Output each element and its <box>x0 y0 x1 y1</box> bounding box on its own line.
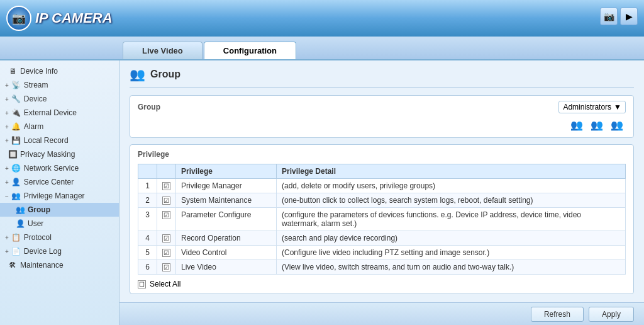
row-checkbox[interactable]: ☑ <box>157 260 176 275</box>
delete-group-button[interactable]: 👥 <box>608 117 626 132</box>
external-device-icon: 🔌 <box>11 108 21 118</box>
sidebar-item-external-device[interactable]: + 🔌 External Device <box>0 106 119 120</box>
row-num: 5 <box>138 246 157 260</box>
page-title-row: 👥 Group <box>130 67 634 88</box>
row-privilege: Privilege Manager <box>176 179 277 193</box>
user-icon: 👤 <box>15 219 25 229</box>
chevron-down-icon: ▼ <box>614 103 621 111</box>
group-header: Group Administrators ▼ <box>138 101 626 113</box>
sidebar-item-alarm[interactable]: + 🔔 Alarm <box>0 120 119 134</box>
photo-button[interactable]: 📷 <box>600 8 618 25</box>
row-privilege: Live Video <box>176 260 277 275</box>
row-privilege: Video Control <box>176 246 277 260</box>
row-detail: (Configure live video including PTZ sett… <box>277 246 626 260</box>
sidebar-item-device[interactable]: + 🔧 Device <box>0 92 119 106</box>
sidebar-item-protocol[interactable]: + 📋 Protocol <box>0 231 119 244</box>
row-detail: (configure the parameters of devices fun… <box>277 208 626 231</box>
table-row: 2☑System Maintenance(one-button click to… <box>138 193 626 208</box>
privilege-table: Privilege Privilege Detail 1☑Privilege M… <box>138 164 626 275</box>
expand-network-icon: + <box>5 165 9 172</box>
device-icon: 🔧 <box>11 94 21 104</box>
header-buttons: 📷 ▶ <box>600 8 638 25</box>
row-checkbox[interactable]: ☑ <box>157 179 176 193</box>
col-detail: Privilege Detail <box>277 164 626 179</box>
exit-button[interactable]: ▶ <box>620 8 638 25</box>
sidebar-item-stream[interactable]: + 📡 Stream <box>0 78 119 92</box>
group-icon: 👥 <box>15 205 25 215</box>
header: 📷 IP CAMERA 📷 ▶ <box>0 0 644 37</box>
group-action-icons: 👥 👥 👥 <box>138 117 626 132</box>
expand-stream-icon: + <box>5 82 9 89</box>
row-checkbox[interactable]: ☑ <box>157 208 176 231</box>
service-center-icon: 👤 <box>11 177 21 187</box>
table-row: 4☑Record Operation(search and play devic… <box>138 231 626 246</box>
row-privilege: Record Operation <box>176 231 277 246</box>
tab-live-video[interactable]: Live Video <box>123 42 203 59</box>
page-title-icon: 👥 <box>130 67 145 82</box>
row-checkbox[interactable]: ☑ <box>157 193 176 208</box>
sidebar-item-maintenance[interactable]: 🛠 Maintenance <box>0 258 119 272</box>
col-check <box>157 164 176 179</box>
expand-privilege-icon: − <box>5 193 9 200</box>
group-selected-value: Administrators <box>563 103 611 111</box>
expand-service-icon: + <box>5 179 9 186</box>
sidebar-item-device-info[interactable]: 🖥 Device Info <box>0 64 119 78</box>
sidebar-item-privacy-masking[interactable]: 🔲 Privacy Masking <box>0 147 119 161</box>
sidebar-item-network-service[interactable]: + 🌐 Network Service <box>0 161 119 175</box>
network-service-icon: 🌐 <box>11 163 21 173</box>
tab-configuration[interactable]: Configuration <box>204 42 296 59</box>
table-row: 3☑Parameter Configure(configure the para… <box>138 208 626 231</box>
row-checkbox[interactable]: ☑ <box>157 246 176 260</box>
table-row: 5☑Video Control(Configure live video inc… <box>138 246 626 260</box>
table-row: 6☑Live Video(View live video, switch str… <box>138 260 626 275</box>
logo-area: 📷 IP CAMERA <box>6 6 113 31</box>
maintenance-icon: 🛠 <box>8 260 18 270</box>
expand-alarm-icon: + <box>5 123 9 130</box>
row-detail: (one-button click to collect logs, searc… <box>277 193 626 208</box>
select-all-checkbox[interactable]: ☐ <box>138 280 146 288</box>
content-area: 👥 Group Group Administrators ▼ 👥 👥 👥 <box>119 60 644 302</box>
row-detail: (add, delete or modify users, privilege … <box>277 179 626 193</box>
row-num: 6 <box>138 260 157 275</box>
main-layout: 🖥 Device Info + 📡 Stream + 🔧 Device + 🔌 … <box>0 60 644 325</box>
table-row: 1☑Privilege Manager(add, delete or modif… <box>138 179 626 193</box>
device-log-icon: 📄 <box>11 246 21 256</box>
refresh-button[interactable]: Refresh <box>531 307 584 322</box>
sidebar-item-device-log[interactable]: + 📄 Device Log <box>0 244 119 258</box>
select-all-label: Select All <box>150 280 180 288</box>
sidebar: 🖥 Device Info + 📡 Stream + 🔧 Device + 🔌 … <box>0 60 119 325</box>
sidebar-item-group[interactable]: 👥 Group <box>0 203 119 217</box>
apply-button[interactable]: Apply <box>589 307 634 322</box>
col-privilege: Privilege <box>176 164 277 179</box>
row-privilege: Parameter Configure <box>176 208 277 231</box>
group-box: Group Administrators ▼ 👥 👥 👥 <box>130 95 634 138</box>
tabs-bar: Live Video Configuration <box>0 37 644 60</box>
privacy-masking-icon: 🔲 <box>8 149 18 159</box>
group-dropdown[interactable]: Administrators ▼ <box>558 101 626 113</box>
page-title: Group <box>150 69 180 80</box>
logo-text: IP CAMERA <box>35 10 113 26</box>
device-info-icon: 🖥 <box>8 66 18 76</box>
edit-group-button[interactable]: 👥 <box>588 117 606 132</box>
protocol-icon: 📋 <box>11 232 21 242</box>
row-num: 4 <box>138 231 157 246</box>
col-num <box>138 164 157 179</box>
expand-ext-icon: + <box>5 110 9 117</box>
privilege-manager-icon: 👥 <box>11 191 21 201</box>
local-record-icon: 💾 <box>11 135 21 145</box>
alarm-icon: 🔔 <box>11 122 21 132</box>
sidebar-item-user[interactable]: 👤 User <box>0 217 119 231</box>
row-checkbox[interactable]: ☑ <box>157 231 176 246</box>
row-num: 1 <box>138 179 157 193</box>
sidebar-item-privilege-manager[interactable]: − 👥 Privilege Manager <box>0 189 119 203</box>
sidebar-item-service-center[interactable]: + 👤 Service Center <box>0 175 119 189</box>
footer: Refresh Apply <box>119 302 644 325</box>
sidebar-item-local-record[interactable]: + 💾 Local Record <box>0 134 119 147</box>
select-all-row: ☐ Select All <box>138 280 626 288</box>
group-section-label: Group <box>138 103 160 111</box>
add-group-button[interactable]: 👥 <box>568 117 586 132</box>
expand-devicelog-icon: + <box>5 248 9 255</box>
expand-protocol-icon: + <box>5 234 9 241</box>
privilege-box: Privilege Privilege Privilege Detail 1☑P… <box>130 144 634 294</box>
row-detail: (search and play device recording) <box>277 231 626 246</box>
